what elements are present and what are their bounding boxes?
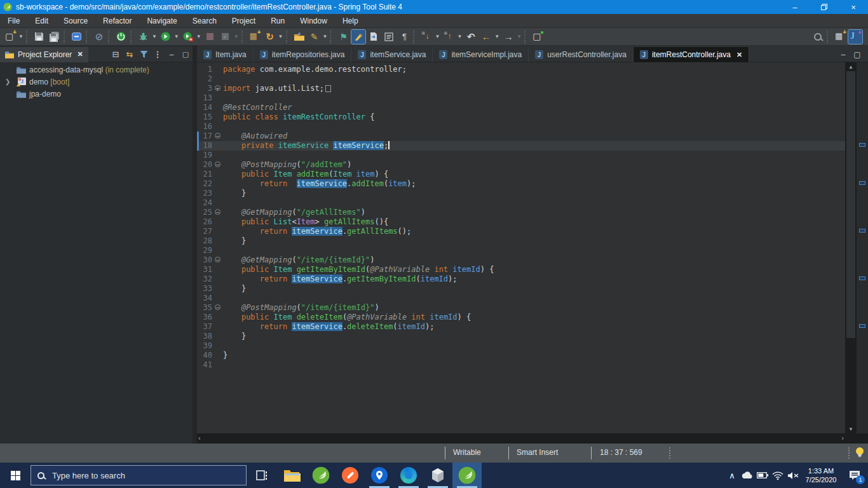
close-tab-icon[interactable]: ✕ bbox=[736, 51, 742, 59]
code-line-17[interactable]: 17− @Autowired bbox=[197, 132, 845, 141]
task-view-button[interactable] bbox=[247, 463, 277, 488]
next-annotation-button-dropdown[interactable]: ▼ bbox=[435, 34, 440, 39]
last-edit-location-button[interactable]: ↶ bbox=[464, 30, 478, 44]
expander-chevron-icon[interactable]: ❯ bbox=[5, 78, 10, 85]
code-line-31[interactable]: 31 public Item getItemByItemId(@PathVari… bbox=[197, 265, 845, 274]
code-editor[interactable]: 1package com.example.demo.restcontroller… bbox=[197, 62, 845, 433]
fold-column[interactable]: − bbox=[214, 132, 223, 141]
fold-column[interactable]: − bbox=[214, 160, 223, 170]
scroll-down-icon[interactable]: ▼ bbox=[845, 424, 857, 433]
menu-help[interactable]: Help bbox=[335, 14, 366, 28]
code-line-34[interactable]: 34 bbox=[197, 294, 845, 303]
tray-chevron-icon[interactable]: ∧ bbox=[724, 463, 740, 488]
taskbar-app-spring-tool-suite-window[interactable] bbox=[452, 463, 482, 488]
maximize-editor-icon[interactable]: ▢ bbox=[850, 50, 864, 59]
relaunch-button[interactable] bbox=[219, 30, 233, 44]
wifi-icon[interactable] bbox=[770, 463, 785, 488]
show-selected-element-button[interactable] bbox=[382, 30, 396, 44]
update-project-button-dropdown[interactable]: ▼ bbox=[278, 34, 283, 39]
new-wizard-button-dropdown[interactable]: ▼ bbox=[18, 34, 24, 39]
profile-button[interactable] bbox=[181, 30, 195, 44]
editor-tab-itemService.java[interactable]: JitemService.java bbox=[351, 47, 433, 62]
taskbar-app-3d-viewer[interactable] bbox=[423, 463, 452, 488]
collapse-all-button[interactable]: ⊟ bbox=[109, 48, 123, 62]
taskbar-app-microsoft-edge[interactable] bbox=[394, 463, 423, 488]
mark-occurrences-button[interactable] bbox=[351, 30, 365, 44]
debug-button-dropdown[interactable]: ▼ bbox=[152, 34, 157, 39]
menu-run[interactable]: Run bbox=[263, 14, 292, 28]
boot-dashboard-button[interactable] bbox=[70, 30, 84, 44]
open-perspective-button[interactable]: ▦+ bbox=[833, 30, 847, 44]
occurrence-marker[interactable] bbox=[859, 324, 865, 328]
vertical-scroll-thumb[interactable] bbox=[846, 71, 855, 338]
code-line-37[interactable]: 37 return itemService.deleteItem(itemId)… bbox=[197, 322, 845, 332]
code-line-36[interactable]: 36 public Item deleteItem(@PathVariable … bbox=[197, 313, 845, 322]
menu-project[interactable]: Project bbox=[224, 14, 263, 28]
taskbar-app-postman[interactable] bbox=[336, 463, 365, 488]
forward-button-dropdown[interactable]: ▼ bbox=[517, 34, 522, 39]
search-button[interactable] bbox=[811, 30, 825, 44]
scroll-up-icon[interactable]: ▲ bbox=[845, 62, 857, 71]
menu-search[interactable]: Search bbox=[185, 14, 224, 28]
new-java-element-button[interactable]: ✎ bbox=[308, 30, 322, 44]
prev-annotation-button-dropdown[interactable]: ▼ bbox=[457, 34, 462, 39]
fold-column[interactable]: − bbox=[214, 208, 223, 217]
stop-button[interactable] bbox=[203, 30, 217, 44]
next-annotation-button[interactable]: ≡↓ bbox=[419, 30, 433, 44]
code-line-30[interactable]: 30− @GetMapping("/item/{itemId}") bbox=[197, 255, 845, 265]
show-whitespace-button[interactable]: ¶ bbox=[397, 30, 411, 44]
code-line-3[interactable]: 3+import java.util.List; bbox=[197, 84, 845, 93]
skip-breakpoints-button[interactable]: ⊘ bbox=[92, 30, 106, 44]
code-line-23[interactable]: 23 } bbox=[197, 189, 845, 198]
prev-annotation-button[interactable]: ≡↑ bbox=[442, 30, 456, 44]
scroll-left-icon[interactable]: ‹ bbox=[198, 434, 201, 442]
devtools-restart-button[interactable] bbox=[114, 30, 128, 44]
code-line-25[interactable]: 25− @GetMapping("/getAllItems") bbox=[197, 208, 845, 217]
close-button[interactable]: × bbox=[839, 0, 868, 14]
fold-column[interactable]: + bbox=[214, 84, 223, 93]
menu-file[interactable]: File bbox=[0, 14, 27, 28]
run-button-dropdown[interactable]: ▼ bbox=[174, 34, 179, 39]
menu-window[interactable]: Window bbox=[292, 14, 335, 28]
code-line-2[interactable]: 2 bbox=[197, 74, 845, 84]
new-wizard-button[interactable]: ▢+ bbox=[3, 30, 17, 44]
profile-button-dropdown[interactable]: ▼ bbox=[196, 34, 201, 39]
pin-editor-button[interactable]: ▢● bbox=[531, 30, 545, 44]
occurrence-marker[interactable] bbox=[859, 229, 865, 233]
menu-refactor[interactable]: Refactor bbox=[95, 14, 139, 28]
code-line-28[interactable]: 28 } bbox=[197, 236, 845, 246]
overview-ruler[interactable] bbox=[857, 62, 868, 433]
code-line-18[interactable]: 18 private itemService itemService; bbox=[197, 141, 845, 151]
open-type-button[interactable]: ⚑ bbox=[336, 30, 350, 44]
update-project-button[interactable]: ↻ bbox=[263, 30, 277, 44]
view-menu-button[interactable]: ⋮ bbox=[151, 48, 165, 62]
import-button[interactable] bbox=[292, 30, 306, 44]
open-declaration-button[interactable] bbox=[367, 30, 381, 44]
battery-icon[interactable] bbox=[755, 463, 770, 488]
back-button[interactable]: ← bbox=[479, 30, 493, 44]
code-line-27[interactable]: 27 return itemService.getAllItems(); bbox=[197, 227, 845, 236]
menu-source[interactable]: Source bbox=[56, 14, 95, 28]
taskbar-app-file-explorer[interactable] bbox=[277, 463, 306, 488]
code-line-13[interactable]: 13 bbox=[197, 93, 845, 103]
minimize-view-button[interactable]: – bbox=[165, 48, 179, 62]
menu-navigate[interactable]: Navigate bbox=[139, 14, 184, 28]
code-line-35[interactable]: 35− @PostMapping("/item/{itemId}") bbox=[197, 303, 845, 313]
code-line-33[interactable]: 33 } bbox=[197, 284, 845, 294]
editor-tab-userRestController.java[interactable]: JuserRestController.java bbox=[529, 47, 634, 62]
maximize-view-button[interactable]: ▢ bbox=[179, 48, 193, 62]
code-line-15[interactable]: 15public class itemRestController { bbox=[197, 112, 845, 122]
taskbar-clock[interactable]: 1:33 AM 7/25/2020 bbox=[801, 466, 841, 484]
close-view-icon[interactable]: ✕ bbox=[77, 50, 83, 58]
project-explorer-tab[interactable]: Project Explorer ✕ bbox=[0, 47, 88, 62]
vertical-scrollbar[interactable]: ▲ ▼ bbox=[845, 62, 857, 433]
code-line-32[interactable]: 32 return itemService.getItemByItemId(it… bbox=[197, 274, 845, 284]
new-java-element-button-dropdown[interactable]: ▼ bbox=[323, 34, 328, 39]
back-button-dropdown[interactable]: ▼ bbox=[494, 34, 499, 39]
tree-item-accessing-data-mysql[interactable]: accessing-data-mysql (in complete) bbox=[0, 64, 193, 76]
minimize-button[interactable]: – bbox=[780, 0, 810, 14]
code-line-22[interactable]: 22 return itemService.addItem(item); bbox=[197, 179, 845, 189]
horizontal-scrollbar[interactable]: ‹ › bbox=[197, 433, 868, 444]
code-line-1[interactable]: 1package com.example.demo.restcontroller… bbox=[197, 65, 845, 74]
tree-item-demo[interactable]: ❯JM!demo [boot] bbox=[0, 76, 193, 88]
